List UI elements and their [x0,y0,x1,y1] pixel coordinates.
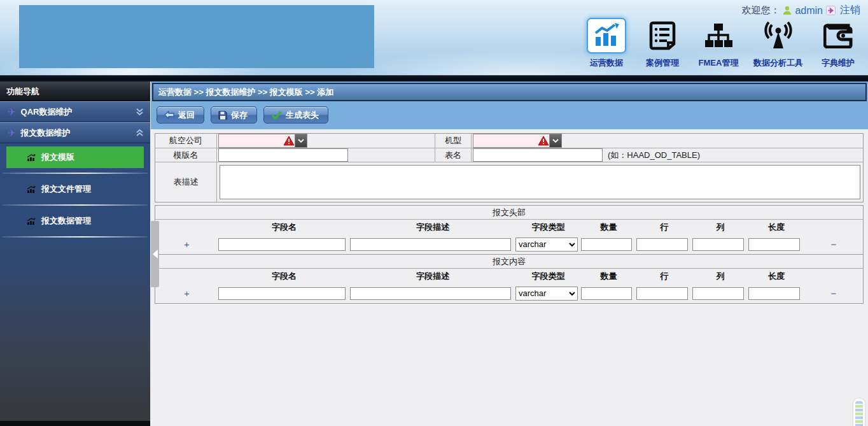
field-description-input[interactable] [350,287,511,300]
col-field-name: 字段名 [218,269,350,283]
submenu-divider [3,204,148,206]
aircraft-type-select[interactable] [473,134,562,148]
table-name-input[interactable] [473,148,603,162]
col-field-type: 字段类型 [515,269,581,283]
column-input[interactable] [692,287,744,300]
nav-data-analysis-tools[interactable]: 数据分析工具 [753,18,803,69]
length-input[interactable] [748,287,800,300]
nav-label: 案例管理 [646,57,679,69]
aircraft-type-field-cell [472,134,863,148]
main-area: 运营数据 >> 报文数据维护 >> 报文模版 >> 添加 返回 保存 [151,82,868,426]
sidebar-title: 功能导航 [0,82,150,101]
col-length: 长度 [748,269,804,283]
scroll-indicator[interactable] [852,397,866,426]
airline-label: 航空公司 [155,134,217,148]
spacer [155,220,218,234]
user-icon [783,6,792,15]
scroll-indicator-stripes [855,401,863,426]
nav-case-management[interactable]: 案例管理 [641,18,683,69]
nav-fmea-management[interactable]: FMEA管理 [697,18,739,69]
field-row: + varchar − [155,234,863,254]
submenu-divider [3,173,148,174]
spacer [804,269,863,283]
sidebar: 功能导航 ✈ QAR数据维护 ✈ 报文数据维护 [0,82,151,426]
back-button[interactable]: 返回 [157,106,204,124]
message-header-section: 报文头部 字段名 字段描述 字段类型 数量 行 列 长度 + [155,205,864,255]
sidebar-item-message-template[interactable]: 报文模版 [6,146,144,168]
table-description-cell [217,162,863,202]
chevron-double-down-icon [136,108,144,116]
sidebar-item-message-file-management[interactable]: 报文文件管理 [0,178,150,200]
add-row-button[interactable]: + [155,288,218,299]
dropdown-arrow-icon[interactable] [549,134,561,147]
field-name-input[interactable] [218,238,346,251]
save-button[interactable]: 保存 [211,106,257,124]
sidebar-item-message-data-management[interactable]: 报文数据管理 [0,210,150,232]
remove-row-button[interactable]: − [804,288,863,299]
sidebar-group-message-data[interactable]: ✈ 报文数据维护 [0,122,150,143]
section-column-headers: 字段名 字段描述 字段类型 数量 行 列 长度 [155,220,863,234]
spacer [155,269,218,283]
col-column: 列 [692,220,748,234]
nav-dictionary-maintenance[interactable]: 字典维护 [817,18,859,69]
message-content-section: 报文内容 字段名 字段描述 字段类型 数量 行 列 长度 + [155,255,864,304]
field-description-input[interactable] [350,238,511,251]
logout-icon[interactable] [826,6,836,15]
section-column-headers: 字段名 字段描述 字段类型 数量 行 列 长度 [155,269,863,283]
col-length: 长度 [748,220,804,234]
sidebar-group-label: QAR数据维护 [21,106,136,118]
table-name-hint: (如：HAAD_OD_TABLE) [608,150,700,161]
back-button-label: 返回 [178,110,195,121]
main-top: 运营数据 >> 报文数据维护 >> 报文模版 >> 添加 返回 保存 [151,82,868,129]
mini-chart-icon [27,185,36,193]
field-name-input[interactable] [218,287,346,300]
content: 航空公司 机型 [151,129,868,426]
nav-operations-data[interactable]: 运营数据 [585,18,627,69]
row-input[interactable] [636,287,688,300]
col-quantity: 数量 [581,269,636,283]
section-title: 报文头部 [155,206,863,220]
aircraft-type-label: 机型 [435,134,472,148]
col-column: 列 [692,269,748,283]
save-button-label: 保存 [231,110,248,121]
row-input[interactable] [636,238,688,251]
breadcrumb: 运营数据 >> 报文数据维护 >> 报文模版 >> 添加 [152,83,867,101]
nav-label: 运营数据 [590,57,623,69]
sidebar-group-qar[interactable]: ✈ QAR数据维护 [0,101,150,122]
length-input[interactable] [748,238,800,251]
welcome-bar: 欢迎您： admin 注销 [741,4,860,17]
column-input[interactable] [692,238,744,251]
col-field-type: 字段类型 [515,220,581,234]
antenna-icon [762,18,794,53]
mini-chart-icon [27,153,36,161]
logo-placeholder [19,5,374,68]
header-divider-strip [0,75,868,82]
field-type-select[interactable]: varchar [515,287,578,301]
quantity-input[interactable] [581,287,632,300]
sidebar-collapse-handle[interactable] [151,221,159,287]
back-arrow-icon [164,111,174,119]
generate-header-button-label: 生成表头 [286,110,319,121]
warning-triangle-icon [538,136,549,146]
table-name-label: 表名 [435,148,472,162]
toolbar: 返回 保存 生成表头 [152,101,867,129]
dropdown-arrow-icon[interactable] [295,134,307,147]
bar-chart-trend-icon [587,18,626,53]
template-name-input[interactable] [218,148,348,162]
airline-field-cell [217,134,435,148]
app-icon-strip: 运营数据 案例管理 [585,18,859,69]
template-name-label: 模版名 [155,148,217,162]
col-field-description: 字段描述 [350,220,515,234]
page: 欢迎您： admin 注销 [0,0,868,426]
remove-row-button[interactable]: − [804,239,863,250]
table-description-textarea[interactable] [220,165,860,199]
quantity-input[interactable] [581,238,632,251]
generate-header-button[interactable]: 生成表头 [263,106,328,124]
welcome-label: 欢迎您： [741,4,780,17]
airline-select[interactable] [218,134,307,148]
sidebar-submenu: 报文模版 报文文件管理 报文数据管理 [0,143,150,242]
logout-link[interactable]: 注销 [840,4,860,17]
add-row-button[interactable]: + [155,239,218,250]
header: 欢迎您： admin 注销 [0,0,868,75]
field-type-select[interactable]: varchar [515,238,578,252]
